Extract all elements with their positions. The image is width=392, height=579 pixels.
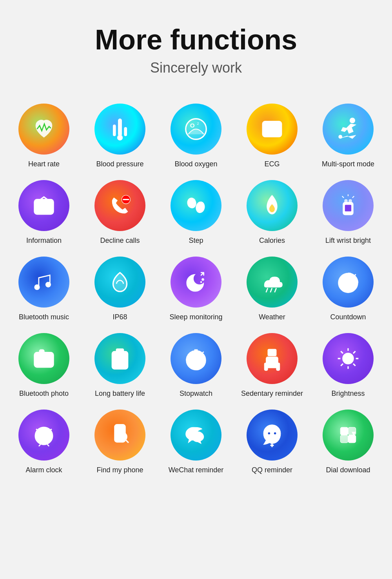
svg-point-16 xyxy=(195,201,205,213)
wechat-icon xyxy=(171,410,221,461)
sleep-icon xyxy=(171,257,221,308)
feature-ecg: ECG xyxy=(236,104,308,168)
svg-text:O: O xyxy=(190,122,195,129)
blood-oxygen-icon: O 2 xyxy=(171,104,221,155)
svg-point-9 xyxy=(339,135,342,138)
feature-alarm: Alarm clock xyxy=(8,410,80,474)
svg-line-63 xyxy=(341,364,343,366)
svg-rect-18 xyxy=(345,200,347,203)
svg-point-25 xyxy=(45,282,51,287)
feature-calories: Calories xyxy=(236,180,308,245)
feature-weather: Weather xyxy=(236,257,308,321)
svg-line-61 xyxy=(353,364,355,366)
sedentary-label: Sedentary reminder xyxy=(241,390,303,398)
svg-point-28 xyxy=(200,281,201,282)
information-label: Information xyxy=(26,237,62,245)
feature-multi-sport: Multi-sport mode xyxy=(312,104,384,168)
heart-rate-label: Heart rate xyxy=(28,160,60,168)
feature-bluetooth-photo: Bluetooth photo xyxy=(8,333,80,398)
feature-decline-calls: Decline calls xyxy=(84,180,156,245)
svg-point-15 xyxy=(187,197,197,209)
svg-line-50 xyxy=(202,352,203,353)
lift-wrist-icon xyxy=(323,180,374,231)
svg-line-26 xyxy=(39,275,50,278)
blood-pressure-label: Blood pressure xyxy=(96,160,143,168)
decline-calls-icon xyxy=(94,180,145,231)
dial-download-label: Dial download xyxy=(326,466,370,474)
features-grid: Heart rate Blood pressure O 2 Blood oxyg… xyxy=(8,104,384,474)
multi-sport-icon xyxy=(323,104,374,155)
feature-sedentary: Sedentary reminder xyxy=(236,333,308,398)
dial-download-icon xyxy=(323,410,374,461)
feature-qq: QQ reminder xyxy=(236,410,308,474)
svg-rect-54 xyxy=(276,363,280,371)
bluetooth-photo-label: Bluetooth photo xyxy=(19,390,69,398)
svg-line-23 xyxy=(342,196,344,198)
svg-line-31 xyxy=(266,288,268,292)
feature-lift-wrist: Lift wrist bright xyxy=(312,180,384,245)
svg-text:2: 2 xyxy=(197,121,199,126)
sleep-label: Sleep monitoring xyxy=(169,313,222,321)
svg-rect-51 xyxy=(268,349,276,356)
svg-rect-38 xyxy=(40,350,44,353)
svg-line-30 xyxy=(275,288,276,292)
svg-point-27 xyxy=(202,279,204,280)
svg-line-60 xyxy=(341,351,343,353)
svg-line-22 xyxy=(352,196,354,198)
multi-sport-label: Multi-sport mode xyxy=(322,160,374,168)
page-title: More functions xyxy=(95,24,297,56)
svg-point-34 xyxy=(347,282,350,284)
svg-rect-19 xyxy=(349,200,352,203)
svg-point-8 xyxy=(350,118,355,123)
sedentary-icon xyxy=(247,333,298,384)
page-subtitle: Sincerely work xyxy=(95,60,297,76)
svg-point-37 xyxy=(42,358,46,362)
feature-brightness: Brightness xyxy=(312,333,384,398)
find-phone-label: Find my phone xyxy=(96,466,143,474)
svg-rect-20 xyxy=(345,205,352,212)
feature-blood-pressure: Blood pressure xyxy=(84,104,156,168)
svg-rect-0 xyxy=(118,119,122,136)
ecg-icon xyxy=(247,104,298,155)
brightness-label: Brightness xyxy=(331,390,365,398)
battery-label: Long battery life xyxy=(95,390,145,398)
feature-dial-download: Dial download xyxy=(312,410,384,474)
brightness-icon xyxy=(323,333,374,384)
svg-rect-1 xyxy=(113,125,116,136)
feature-information: Information xyxy=(8,180,80,245)
feature-wechat: WeChat reminder xyxy=(160,410,232,474)
svg-rect-79 xyxy=(340,427,348,435)
feature-battery: Long battery life xyxy=(84,333,156,398)
stopwatch-icon xyxy=(171,333,221,384)
svg-point-75 xyxy=(268,432,270,435)
svg-point-3 xyxy=(117,135,122,140)
svg-point-55 xyxy=(343,353,353,364)
decline-calls-label: Decline calls xyxy=(100,237,140,245)
page-header: More functions Sincerely work xyxy=(95,24,297,76)
feature-ip68: IP68 xyxy=(84,257,156,321)
svg-rect-82 xyxy=(340,435,348,443)
calories-label: Calories xyxy=(259,237,285,245)
svg-point-76 xyxy=(274,432,276,435)
svg-rect-53 xyxy=(264,363,268,371)
weather-icon xyxy=(247,257,298,308)
feature-stopwatch: Stopwatch xyxy=(160,333,232,398)
feature-find-phone: Find my phone xyxy=(84,410,156,474)
ip68-label: IP68 xyxy=(113,313,127,321)
svg-line-71 xyxy=(47,444,49,446)
feature-bluetooth-music: Bluetooth music xyxy=(8,257,80,321)
blood-oxygen-label: Blood oxygen xyxy=(174,160,217,168)
step-icon xyxy=(171,180,221,231)
feature-blood-oxygen: O 2 Blood oxygen xyxy=(160,104,232,168)
svg-rect-83 xyxy=(348,435,356,443)
alarm-label: Alarm clock xyxy=(25,466,62,474)
wechat-label: WeChat reminder xyxy=(169,466,224,474)
step-label: Step xyxy=(189,237,203,245)
stopwatch-label: Stopwatch xyxy=(180,390,212,398)
bluetooth-photo-icon xyxy=(18,333,69,384)
svg-point-24 xyxy=(34,285,40,290)
svg-line-62 xyxy=(353,351,355,353)
lift-wrist-label: Lift wrist bright xyxy=(325,237,371,245)
ecg-label: ECG xyxy=(264,160,279,168)
feature-heart-rate: Heart rate xyxy=(8,104,80,168)
